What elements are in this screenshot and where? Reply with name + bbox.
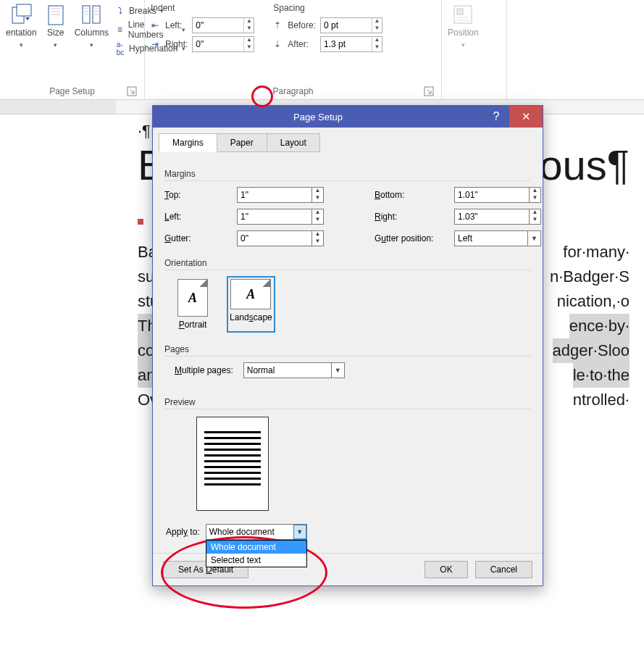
- after-label: After:: [288, 39, 316, 49]
- applyto-label: Apply to:: [166, 527, 200, 537]
- indent-right-input[interactable]: ▲▼: [192, 36, 254, 52]
- before-icon: ⇡: [272, 20, 283, 31]
- bottom-input[interactable]: ▲▼: [454, 187, 541, 203]
- close-button[interactable]: ✕: [509, 106, 543, 128]
- tab-paper[interactable]: Paper: [217, 133, 267, 152]
- dialog-titlebar[interactable]: Page Setup ? ✕: [153, 106, 543, 128]
- annotation-circle-launcher: [251, 86, 273, 107]
- multipages-label: Multiple pages:: [175, 365, 233, 375]
- pagesetup-group-label: Page Setup: [4, 85, 140, 99]
- spacing-head: Spacing: [272, 1, 382, 14]
- columns-label: Columns: [75, 28, 109, 38]
- applyto-dropdown: Whole document Selected text: [206, 540, 307, 567]
- columns-button[interactable]: Columns: [73, 1, 110, 57]
- bottom-label: Bottom:: [375, 190, 447, 200]
- indent-head: Indent: [149, 1, 254, 14]
- preview-section: Preview: [164, 397, 531, 409]
- indent-right-label: Right:: [165, 39, 188, 49]
- pages-section: Pages: [164, 344, 531, 357]
- linenumbers-icon: ≡: [114, 24, 125, 36]
- indent-left-label: Left:: [165, 20, 188, 30]
- orientation-icon: [9, 3, 33, 26]
- breaks-icon: ⤵: [114, 5, 126, 17]
- title-fragment-end: ous¶: [539, 141, 630, 189]
- tab-layout[interactable]: Layout: [267, 133, 320, 152]
- position-icon: [451, 3, 474, 26]
- bullet-icon: [138, 219, 143, 225]
- ok-button[interactable]: OK: [425, 561, 467, 578]
- pagesetup-launcher[interactable]: [127, 86, 137, 96]
- size-button[interactable]: Size: [43, 1, 69, 57]
- position-label: Position: [448, 28, 479, 38]
- dialog-title: Page Setup: [153, 112, 483, 122]
- right-label: Right:: [375, 212, 447, 222]
- left-input[interactable]: ▲▼: [237, 209, 324, 225]
- left-label: Left:: [164, 212, 230, 222]
- paragraph-group-label: Paragraph: [149, 85, 437, 99]
- tab-margins[interactable]: Margins: [159, 133, 217, 152]
- hyphenation-icon: a-bc: [114, 43, 126, 54]
- svg-rect-1: [17, 4, 31, 16]
- before-input[interactable]: ▲▼: [320, 17, 382, 33]
- before-label: Before:: [288, 20, 316, 30]
- landscape-option[interactable]: A Landscape: [227, 276, 275, 333]
- portrait-option[interactable]: A Portrait: [175, 276, 211, 333]
- gutter-label: Gutter:: [164, 233, 230, 243]
- gutterpos-label: Gutter position:: [375, 233, 447, 243]
- orientation-section: Orientation: [164, 258, 531, 270]
- size-label: Size: [47, 28, 64, 38]
- option-selected-text[interactable]: Selected text: [206, 554, 306, 567]
- right-input[interactable]: ▲▼: [454, 209, 541, 225]
- paragraph-launcher[interactable]: [424, 86, 434, 96]
- after-icon: ⇣: [272, 38, 283, 50]
- help-button[interactable]: ?: [483, 110, 509, 123]
- indent-left-icon: ⇤: [149, 20, 161, 31]
- top-label: Top:: [164, 190, 230, 200]
- orientation-button[interactable]: entation: [4, 1, 38, 57]
- after-input[interactable]: ▲▼: [320, 36, 382, 52]
- cancel-button[interactable]: Cancel: [475, 561, 532, 578]
- ribbon: entation Size Columns ⤵Breaks ≡Line Numb…: [0, 0, 644, 100]
- orientation-label: entation: [6, 28, 37, 38]
- size-icon: [44, 3, 67, 26]
- svg-rect-8: [457, 9, 463, 14]
- preview-box: [196, 417, 269, 511]
- top-input[interactable]: ▲▼: [237, 187, 324, 203]
- indent-right-icon: ⇥: [149, 38, 161, 50]
- gutter-input[interactable]: ▲▼: [237, 230, 324, 246]
- columns-icon: [80, 3, 103, 26]
- gutterpos-select[interactable]: Left▼: [454, 230, 541, 246]
- margins-section: Margins: [164, 169, 531, 181]
- page-setup-dialog: Page Setup ? ✕ Margins Paper Layout Marg…: [152, 105, 543, 586]
- indent-left-input[interactable]: ▲▼: [192, 17, 254, 33]
- option-whole-document[interactable]: Whole document: [206, 541, 306, 554]
- multipages-select[interactable]: Normal▼: [243, 362, 345, 378]
- position-button[interactable]: Position: [446, 1, 480, 51]
